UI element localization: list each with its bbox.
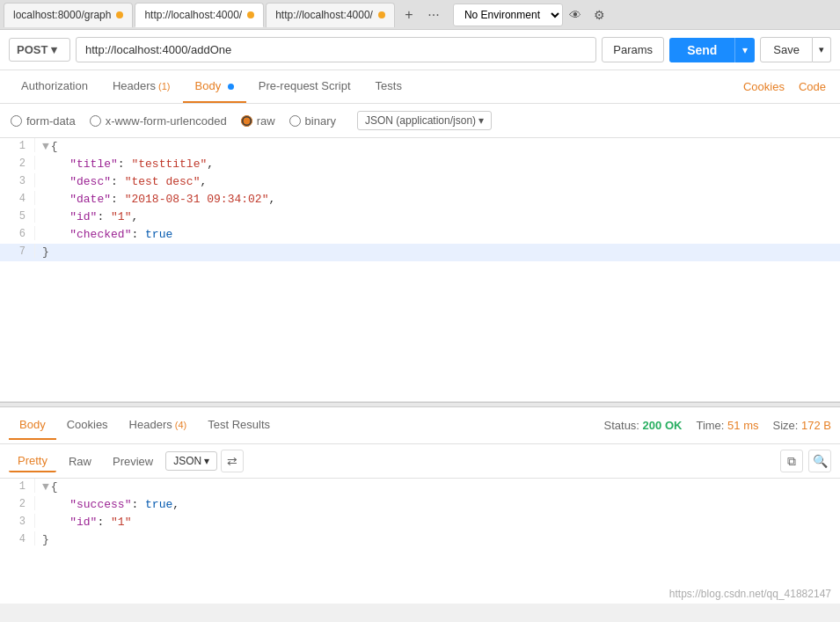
watermark: https://blog.csdn.net/qq_41882147 <box>0 584 840 604</box>
response-body-editor: 1 ▼{ 2 "success": true, 3 "id": "1" 4 } <box>0 479 840 584</box>
tab-2-label: http://localhost:4000/ <box>144 9 242 21</box>
form-data-option[interactable]: form-data <box>11 114 76 128</box>
fmt-tab-pretty[interactable]: Pretty <box>9 450 56 472</box>
req-line-1: 1 ▼{ <box>0 138 840 156</box>
response-section: Body Cookies Headers (4) Test Results St… <box>0 407 840 604</box>
resp-tab-headers[interactable]: Headers (4) <box>119 411 198 440</box>
send-button-group: Send ▾ <box>669 38 755 62</box>
environment-dropdown[interactable]: No Environment <box>453 4 563 26</box>
response-format-bar: Pretty Raw Preview JSON ▾ ⇄ ⧉ 🔍 <box>0 444 840 479</box>
tab-1-dot <box>116 11 123 18</box>
save-dropdown-arrow[interactable]: ▾ <box>813 37 831 62</box>
req-line-5: 5 "id": "1", <box>0 209 840 226</box>
tab-3-label: http://localhost:4000/ <box>275 9 373 21</box>
save-button-group: Save ▾ <box>760 37 831 62</box>
request-body-editor[interactable]: 1 ▼{ 2 "title": "testtitle", 3 "desc": "… <box>0 138 840 402</box>
resp-action-icons: ⧉ 🔍 <box>780 450 831 472</box>
method-text: POST <box>17 43 47 56</box>
resp-tab-cookies[interactable]: Cookies <box>56 411 119 440</box>
req-tab-right-links: Cookies Code <box>738 71 831 102</box>
browser-tabs: localhost:8000/graph http://localhost:40… <box>0 0 840 30</box>
resp-json-selector[interactable]: JSON ▾ <box>165 451 217 471</box>
copy-icon-button[interactable]: ⧉ <box>780 450 803 472</box>
req-line-2: 2 "title": "testtitle", <box>0 156 840 173</box>
filter-icon-button[interactable]: ⇄ <box>221 450 244 472</box>
browser-tab-3[interactable]: http://localhost:4000/ <box>266 3 395 27</box>
resp-line-2: 2 "success": true, <box>0 496 840 514</box>
resp-line-3: 3 "id": "1" <box>0 514 840 531</box>
resp-tab-test-results[interactable]: Test Results <box>197 411 281 440</box>
urlencoded-radio[interactable] <box>90 115 101 127</box>
body-dot <box>228 84 234 90</box>
resp-line-4: 4 } <box>0 531 840 549</box>
req-line-6: 6 "checked": true <box>0 226 840 244</box>
url-input[interactable] <box>76 37 596 62</box>
response-status-info: Status: 200 OK Time: 51 ms Size: 172 B <box>604 419 831 432</box>
browser-tab-1[interactable]: localhost:8000/graph <box>4 3 133 27</box>
tab-headers[interactable]: Headers (1) <box>100 70 183 103</box>
resp-json-chevron-icon: ▾ <box>204 455 209 467</box>
save-button[interactable]: Save <box>760 37 813 62</box>
method-selector[interactable]: POST ▾ <box>9 38 70 62</box>
resp-line-1: 1 ▼{ <box>0 479 840 496</box>
response-tabs-bar: Body Cookies Headers (4) Test Results St… <box>0 407 840 444</box>
binary-option[interactable]: binary <box>289 114 336 128</box>
tab-tests[interactable]: Tests <box>363 70 414 103</box>
request-tabs: Authorization Headers (1) Body Pre-reque… <box>0 70 840 104</box>
tab-1-label: localhost:8000/graph <box>13 9 111 21</box>
json-type-selector[interactable]: JSON (application/json) ▾ <box>357 111 492 130</box>
time-label: Time: 51 ms <box>696 419 758 432</box>
env-selector: No Environment 👁 ⚙ <box>453 3 612 27</box>
cookies-link[interactable]: Cookies <box>738 71 790 102</box>
send-button[interactable]: Send <box>669 38 734 62</box>
body-options-bar: form-data x-www-form-urlencoded raw bina… <box>0 104 840 138</box>
json-chevron-icon: ▾ <box>478 114 484 127</box>
request-toolbar: POST ▾ Params Send ▾ Save ▾ <box>0 30 840 70</box>
resp-tab-body[interactable]: Body <box>9 411 56 440</box>
send-dropdown-arrow[interactable]: ▾ <box>734 38 755 62</box>
browser-tab-2[interactable]: http://localhost:4000/ <box>135 3 264 27</box>
status-label: Status: 200 OK <box>604 419 683 432</box>
raw-option[interactable]: raw <box>241 114 275 128</box>
fmt-tab-preview[interactable]: Preview <box>104 451 162 472</box>
code-link[interactable]: Code <box>793 71 831 102</box>
add-tab-button[interactable]: + <box>397 3 421 27</box>
tab-body[interactable]: Body <box>183 70 246 103</box>
eye-icon-button[interactable]: 👁 <box>563 3 588 27</box>
urlencoded-option[interactable]: x-www-form-urlencoded <box>90 114 227 128</box>
req-line-3: 3 "desc": "test desc", <box>0 173 840 191</box>
method-chevron-icon: ▾ <box>51 43 57 56</box>
gear-icon-button[interactable]: ⚙ <box>588 3 612 27</box>
tab-2-dot <box>247 11 254 18</box>
size-label: Size: 172 B <box>772 419 831 432</box>
form-data-radio[interactable] <box>11 115 22 127</box>
binary-radio[interactable] <box>289 115 301 127</box>
req-line-4: 4 "date": "2018-08-31 09:34:02", <box>0 191 840 209</box>
fmt-tab-raw[interactable]: Raw <box>60 451 100 472</box>
tab-pre-request[interactable]: Pre-request Script <box>246 70 363 103</box>
more-tabs-button[interactable]: ··· <box>421 3 446 27</box>
tab-3-dot <box>378 11 385 18</box>
req-line-7: 7 } <box>0 244 840 261</box>
search-icon-button[interactable]: 🔍 <box>808 450 831 472</box>
raw-radio[interactable] <box>241 115 252 127</box>
tab-authorization[interactable]: Authorization <box>9 70 100 103</box>
params-button[interactable]: Params <box>602 37 664 62</box>
